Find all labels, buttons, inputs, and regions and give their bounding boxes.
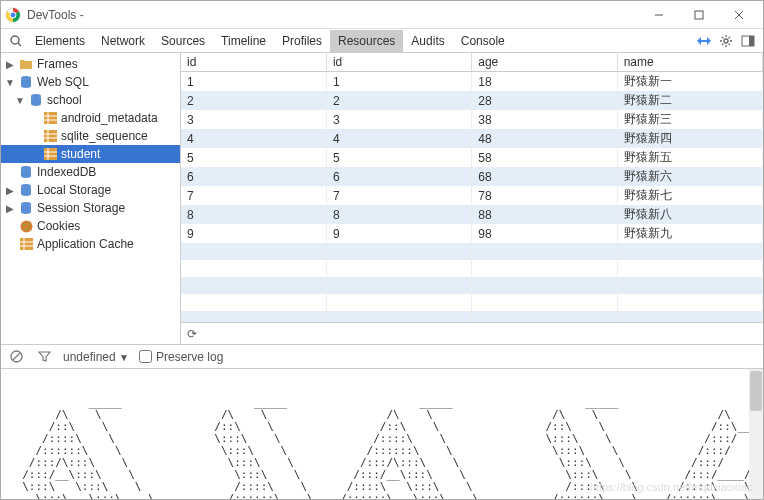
table-row[interactable]: 9998野猿新九 bbox=[181, 224, 763, 243]
svg-rect-13 bbox=[44, 112, 57, 124]
svg-point-8 bbox=[724, 39, 728, 43]
table-cell: 野猿新四 bbox=[617, 129, 762, 148]
table-cell: 5 bbox=[181, 148, 326, 167]
tab-console[interactable]: Console bbox=[453, 30, 513, 52]
maximize-button[interactable] bbox=[679, 4, 719, 26]
table-cell: 18 bbox=[472, 72, 617, 92]
table-row[interactable]: 4448野猿新四 bbox=[181, 129, 763, 148]
preserve-log-checkbox[interactable]: Preserve log bbox=[139, 350, 223, 364]
tree-label: sqlite_sequence bbox=[61, 129, 148, 143]
clear-console-icon[interactable] bbox=[7, 348, 25, 366]
table-row[interactable]: 8888野猿新八 bbox=[181, 205, 763, 224]
table-row[interactable]: 2228野猿新二 bbox=[181, 91, 763, 110]
table-icon bbox=[43, 129, 57, 143]
db-icon bbox=[19, 75, 33, 89]
tree-node-web-sql[interactable]: ▼Web SQL bbox=[1, 73, 180, 91]
resources-sidebar[interactable]: ▶Frames▼Web SQL▼schoolandroid_metadatasq… bbox=[1, 53, 181, 344]
svg-point-30 bbox=[27, 223, 29, 225]
table-row-empty bbox=[181, 311, 763, 322]
svg-rect-32 bbox=[20, 238, 33, 250]
table-cell: 野猿新一 bbox=[617, 72, 762, 92]
tree-node-frames[interactable]: ▶Frames bbox=[1, 55, 180, 73]
table-row[interactable]: 6668野猿新六 bbox=[181, 167, 763, 186]
window-titlebar: DevTools - bbox=[1, 1, 763, 29]
table-row[interactable]: 3338野猿新三 bbox=[181, 110, 763, 129]
table-cell: 9 bbox=[181, 224, 326, 243]
column-header[interactable]: age bbox=[472, 53, 617, 72]
svg-point-29 bbox=[23, 224, 25, 226]
table-row-empty bbox=[181, 277, 763, 294]
table-cell: 38 bbox=[472, 110, 617, 129]
disclosure-triangle[interactable]: ▶ bbox=[5, 59, 15, 70]
tree-label: Application Cache bbox=[37, 237, 134, 251]
column-header[interactable]: id bbox=[181, 53, 326, 72]
tab-network[interactable]: Network bbox=[93, 30, 153, 52]
close-button[interactable] bbox=[719, 4, 759, 26]
search-icon[interactable] bbox=[5, 30, 27, 52]
db-icon bbox=[19, 183, 33, 197]
tree-node-sqlite_sequence[interactable]: sqlite_sequence bbox=[1, 127, 180, 145]
refresh-icon[interactable]: ⟳ bbox=[187, 327, 197, 341]
tree-label: Local Storage bbox=[37, 183, 111, 197]
minimize-button[interactable] bbox=[639, 4, 679, 26]
table-icon bbox=[43, 147, 57, 161]
svg-line-7 bbox=[18, 43, 21, 46]
db-icon bbox=[29, 93, 43, 107]
column-header[interactable]: id bbox=[326, 53, 471, 72]
table-cell: 野猿新九 bbox=[617, 224, 762, 243]
console-ascii-art: _____ _____ _____ _____ _____ _____ /\ \… bbox=[9, 396, 763, 499]
table-cell: 4 bbox=[326, 129, 471, 148]
table-row[interactable]: 5558野猿新五 bbox=[181, 148, 763, 167]
tree-label: Session Storage bbox=[37, 201, 125, 215]
tab-resources[interactable]: Resources bbox=[330, 30, 403, 52]
tree-node-school[interactable]: ▼school bbox=[1, 91, 180, 109]
console-scrollbar[interactable] bbox=[749, 369, 763, 499]
tree-node-application-cache[interactable]: Application Cache bbox=[1, 235, 180, 253]
table-row[interactable]: 7778野猿新七 bbox=[181, 186, 763, 205]
table-panel: ididagename 1118野猿新一2228野猿新二3338野猿新三4448… bbox=[181, 53, 763, 344]
svg-rect-3 bbox=[695, 11, 703, 19]
table-cell: 68 bbox=[472, 167, 617, 186]
table-cell: 3 bbox=[181, 110, 326, 129]
svg-point-6 bbox=[11, 36, 19, 44]
table-cell: 1 bbox=[326, 72, 471, 92]
disclosure-triangle[interactable]: ▶ bbox=[5, 185, 15, 196]
table-cell: 6 bbox=[181, 167, 326, 186]
data-grid[interactable]: ididagename 1118野猿新一2228野猿新二3338野猿新三4448… bbox=[181, 53, 763, 322]
filter-icon[interactable] bbox=[35, 348, 53, 366]
svg-point-27 bbox=[21, 202, 31, 206]
tree-node-cookies[interactable]: Cookies bbox=[1, 217, 180, 235]
tree-label: IndexedDB bbox=[37, 165, 96, 179]
disclosure-triangle[interactable]: ▼ bbox=[5, 77, 15, 88]
tree-node-session-storage[interactable]: ▶Session Storage bbox=[1, 199, 180, 217]
tab-audits[interactable]: Audits bbox=[403, 30, 452, 52]
tab-elements[interactable]: Elements bbox=[27, 30, 93, 52]
tree-node-student[interactable]: student bbox=[1, 145, 180, 163]
tree-label: Cookies bbox=[37, 219, 80, 233]
svg-rect-10 bbox=[749, 36, 754, 46]
table-cell: 58 bbox=[472, 148, 617, 167]
tree-node-android_metadata[interactable]: android_metadata bbox=[1, 109, 180, 127]
table-row-empty bbox=[181, 243, 763, 260]
tab-timeline[interactable]: Timeline bbox=[213, 30, 274, 52]
tab-profiles[interactable]: Profiles bbox=[274, 30, 330, 52]
table-row-empty bbox=[181, 260, 763, 277]
tab-sources[interactable]: Sources bbox=[153, 30, 213, 52]
toggle-drawer-icon[interactable] bbox=[693, 30, 715, 52]
disclosure-triangle[interactable]: ▼ bbox=[15, 95, 25, 106]
table-cell: 28 bbox=[472, 91, 617, 110]
tree-node-local-storage[interactable]: ▶Local Storage bbox=[1, 181, 180, 199]
console-output[interactable]: _____ _____ _____ _____ _____ _____ /\ \… bbox=[1, 369, 763, 499]
table-cell: 4 bbox=[181, 129, 326, 148]
settings-gear-icon[interactable] bbox=[715, 30, 737, 52]
svg-point-28 bbox=[20, 220, 32, 232]
tree-node-indexeddb[interactable]: IndexedDB bbox=[1, 163, 180, 181]
disclosure-triangle[interactable]: ▶ bbox=[5, 203, 15, 214]
folder-icon bbox=[19, 57, 33, 71]
db-icon bbox=[19, 165, 33, 179]
table-cell: 野猿新五 bbox=[617, 148, 762, 167]
column-header[interactable]: name bbox=[617, 53, 762, 72]
dock-icon[interactable] bbox=[737, 30, 759, 52]
context-selector[interactable]: undefined ▼ bbox=[63, 350, 129, 364]
table-row[interactable]: 1118野猿新一 bbox=[181, 72, 763, 92]
